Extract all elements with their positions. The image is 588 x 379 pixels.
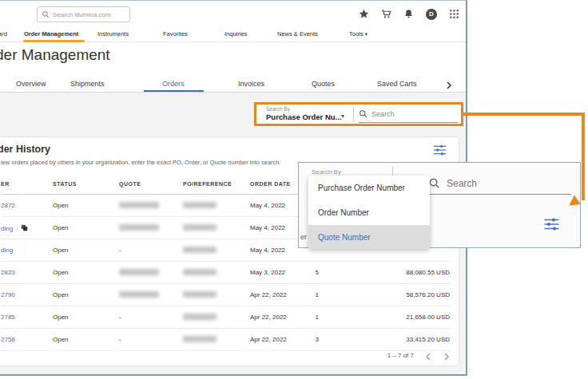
nav-item-favorites[interactable]: Favorites <box>163 30 188 38</box>
section-tabs: Overview Shipments Orders Invoices Quote… <box>0 75 466 93</box>
nav-item-inquiries[interactable]: Inquiries <box>224 30 247 38</box>
order-date: Apr 22, 2022 <box>250 314 303 321</box>
duplicate-order-icon[interactable] <box>21 225 28 232</box>
order-amount: 88,080.55 USD <box>319 269 451 276</box>
redacted-value <box>183 202 217 208</box>
nav-item-order-management[interactable]: Order Management <box>24 30 78 38</box>
order-status: Open <box>53 247 119 254</box>
order-po-reference <box>183 202 250 210</box>
order-po-reference <box>183 291 250 299</box>
order-link[interactable]: 2785 <box>1 314 15 321</box>
order-date: May 4, 2022 <box>250 224 303 231</box>
callout-line-vertical <box>582 113 585 200</box>
menu-item-quote-number[interactable]: Quote Number <box>308 225 430 249</box>
user-avatar[interactable]: D <box>426 9 437 20</box>
table-row: 2785 Open - Apr 22, 2022 1 21,658.00 USD <box>1 306 451 329</box>
popup-search-input[interactable] <box>447 178 558 189</box>
order-po-reference <box>183 336 250 344</box>
search-by-control-highlighted: Search By Purchase Order Nu... ▾ <box>254 102 463 126</box>
order-link[interactable]: 2758 <box>1 336 15 343</box>
order-po-reference <box>183 269 250 277</box>
order-number-cell: ding| <box>1 224 53 232</box>
order-quote: - <box>119 314 183 321</box>
popup-search-box[interactable] <box>428 172 571 195</box>
order-quantity: 3 <box>303 336 319 343</box>
order-status: Open <box>53 202 119 209</box>
favorites-star-icon[interactable] <box>359 9 369 19</box>
nav-item-tools[interactable]: Tools ▾ <box>349 30 368 38</box>
column-header-order: ER <box>1 181 53 187</box>
redacted-value <box>119 224 159 231</box>
order-quote <box>119 291 183 299</box>
tabs-overflow-chevron-icon[interactable] <box>446 79 452 89</box>
search-by-dropdown[interactable]: Purchase Order Nu... <box>266 113 342 121</box>
order-status: Open <box>53 291 119 298</box>
order-number-cell: 2790 <box>1 291 53 298</box>
order-quote <box>119 202 183 210</box>
order-quantity: 5 <box>303 269 319 276</box>
order-link[interactable]: 2823 <box>1 269 15 276</box>
cart-icon[interactable] <box>381 9 391 19</box>
order-status: Open <box>53 314 119 321</box>
column-header-quote: QUOTE <box>119 181 183 187</box>
notifications-bell-icon[interactable] <box>403 9 414 19</box>
order-quantity: 1 <box>303 291 319 298</box>
order-status: Open <box>53 224 119 231</box>
global-search-box[interactable] <box>37 6 130 22</box>
order-status: Open <box>53 336 119 343</box>
order-number-cell: 2823 <box>1 269 53 276</box>
order-search-box[interactable] <box>359 105 458 123</box>
active-tab-underline <box>144 90 204 92</box>
column-header-po-reference: PO/REFERENCE <box>183 181 250 187</box>
order-po-reference <box>183 314 250 322</box>
pagination: 1 – 7 of 7 <box>1 348 451 362</box>
order-link[interactable]: 2872 <box>1 202 15 209</box>
menu-item-purchase-order-number[interactable]: Purchase Order Number <box>308 176 430 200</box>
order-date: Apr 22, 2022 <box>250 336 303 343</box>
tab-saved-carts[interactable]: Saved Carts <box>377 80 417 88</box>
redacted-value <box>183 336 217 342</box>
order-link[interactable]: ding <box>1 225 13 232</box>
order-po-reference <box>183 247 250 255</box>
tab-invoices[interactable]: Invoices <box>238 80 264 88</box>
order-link[interactable]: 2790 <box>1 291 15 298</box>
topbar-icons: D <box>359 1 459 27</box>
search-by-label: Search By <box>266 106 290 112</box>
order-quote: - <box>119 336 183 343</box>
redacted-value <box>119 269 159 275</box>
nav-item-dashboard[interactable]: ard <box>0 30 7 38</box>
nav-item-instruments[interactable]: Instruments <box>97 30 129 38</box>
global-search-input[interactable] <box>53 11 125 18</box>
pagination-prev-icon[interactable] <box>425 350 432 360</box>
nav-item-news-events[interactable]: News & Events <box>277 30 318 38</box>
filter-sliders-icon[interactable] <box>433 144 447 156</box>
filter-sliders-icon[interactable] <box>543 217 560 231</box>
order-status: Open <box>53 269 119 276</box>
divider: | <box>16 225 18 232</box>
order-history-description: iew orders placed by others in your orga… <box>1 159 281 166</box>
order-history-title: der History <box>0 144 50 155</box>
search-icon <box>359 109 368 118</box>
tab-overview[interactable]: Overview <box>16 80 46 88</box>
search-by-zoom-popup: Search By er in Purchase Order Number Or… <box>298 162 581 248</box>
menu-item-order-number[interactable]: Order Number <box>308 200 430 225</box>
order-search-input[interactable] <box>371 110 447 118</box>
tab-quotes[interactable]: Quotes <box>312 80 335 88</box>
pagination-next-icon[interactable] <box>443 350 451 360</box>
redacted-value <box>183 269 217 275</box>
order-amount: 33,415.20 USD <box>319 336 451 343</box>
order-quote <box>119 269 183 277</box>
tab-orders[interactable]: Orders <box>162 80 185 88</box>
order-quantity: 1 <box>303 314 319 321</box>
divider <box>353 107 354 122</box>
pagination-range: 1 – 7 of 7 <box>387 352 414 359</box>
order-number-cell: 2872 <box>1 202 53 209</box>
order-link[interactable]: ding <box>1 247 13 254</box>
main-navbar: ard Order Management Instruments Favorit… <box>0 27 466 42</box>
chevron-down-icon: ▾ <box>365 31 368 37</box>
tab-shipments[interactable]: Shipments <box>70 80 105 88</box>
app-grid-icon[interactable] <box>449 9 459 19</box>
order-number-cell: 2758 <box>1 336 53 343</box>
chevron-down-icon[interactable]: ▾ <box>341 113 344 120</box>
search-by-label: Search By <box>312 168 341 176</box>
